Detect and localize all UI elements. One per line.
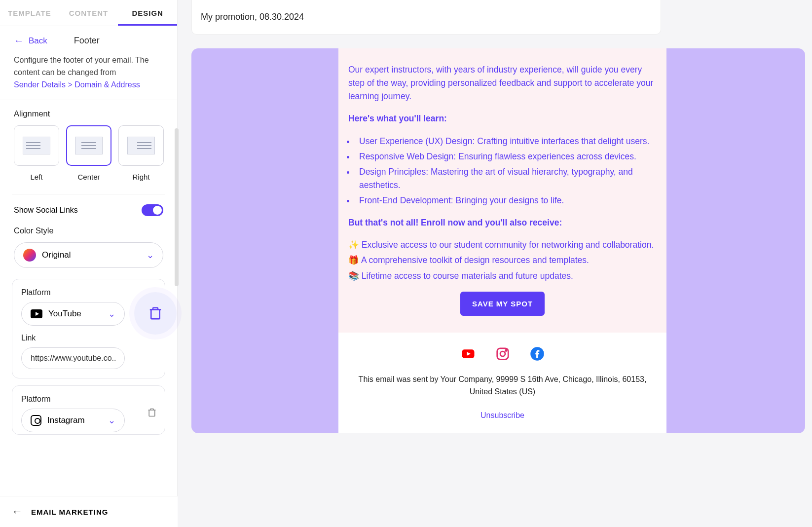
instagram-icon xyxy=(31,415,41,426)
campaign-title-bar[interactable]: My promotion, 08.30.2024 xyxy=(191,0,661,35)
chevron-down-icon: ⌄ xyxy=(147,250,154,261)
trash-icon xyxy=(147,408,157,417)
align-left-caption: Left xyxy=(14,173,59,181)
platform-value: YouTube xyxy=(48,309,81,319)
tab-design[interactable]: DESIGN xyxy=(118,0,177,26)
chevron-down-icon: ⌄ xyxy=(108,415,115,426)
arrow-left-icon: ← xyxy=(14,35,24,46)
align-right-caption: Right xyxy=(118,173,164,181)
platform-value: Instagram xyxy=(47,415,85,425)
color-style-label: Color Style xyxy=(14,226,163,235)
platform-label: Platform xyxy=(21,395,156,404)
link-label: Link xyxy=(21,334,156,342)
tab-content[interactable]: CONTENT xyxy=(59,0,118,26)
bonus-item: ✨ Exclusive access to our student commun… xyxy=(348,238,657,252)
footer-facebook-icon[interactable] xyxy=(530,346,545,361)
align-center-caption: Center xyxy=(66,173,111,181)
svg-point-3 xyxy=(505,350,507,351)
email-body: Our expert instructors, with years of in… xyxy=(338,48,666,333)
delete-platform-button[interactable] xyxy=(134,292,177,335)
bottom-nav[interactable]: ← EMAIL MARKETING xyxy=(0,496,178,527)
cta-button[interactable]: SAVE MY SPOT xyxy=(460,292,545,316)
link-input-youtube[interactable] xyxy=(21,347,125,369)
bottom-nav-label: EMAIL MARKETING xyxy=(31,508,108,516)
back-button[interactable]: ← Back xyxy=(14,35,47,46)
platform-label: Platform xyxy=(21,288,156,297)
tab-template[interactable]: TEMPLATE xyxy=(0,0,59,26)
learn-item: Responsive Web Design: Ensuring flawless… xyxy=(355,150,657,163)
align-left-option[interactable] xyxy=(14,125,59,166)
section-desc: Configure the footer of your email. The … xyxy=(14,56,149,76)
learn-item: Front-End Development: Bringing your des… xyxy=(355,194,657,207)
email-intro: Our expert instructors, with years of in… xyxy=(348,63,657,103)
footer-address: This email was sent by Your Company, 999… xyxy=(348,373,657,398)
trash-icon xyxy=(148,306,163,321)
sender-details-link[interactable]: Sender Details > Domain & Address xyxy=(14,80,140,89)
social-platform-card-instagram: Platform Instagram ⌄ xyxy=(12,385,165,435)
color-style-value: Original xyxy=(42,250,71,260)
alignment-label: Alignment xyxy=(14,109,163,118)
learn-item: User Experience (UX) Design: Crafting in… xyxy=(355,135,657,148)
design-sidebar: TEMPLATE CONTENT DESIGN ← Back Footer Co… xyxy=(0,0,178,527)
svg-point-2 xyxy=(500,351,505,356)
color-style-select[interactable]: Original ⌄ xyxy=(14,242,163,268)
sidebar-tabs: TEMPLATE CONTENT DESIGN xyxy=(0,0,177,26)
chevron-down-icon: ⌄ xyxy=(108,308,115,319)
show-social-label: Show Social Links xyxy=(14,206,78,215)
platform-select-youtube[interactable]: YouTube ⌄ xyxy=(21,302,125,326)
color-swatch-icon xyxy=(23,249,36,262)
show-social-toggle[interactable] xyxy=(142,204,163,216)
email-heading-learn: Here's what you'll learn: xyxy=(348,113,447,123)
unsubscribe-link[interactable]: Unsubscribe xyxy=(348,411,657,420)
bonus-item: 📚 Lifetime access to course materials an… xyxy=(348,269,657,283)
align-center-option[interactable] xyxy=(66,125,111,166)
align-right-option[interactable] xyxy=(118,125,164,166)
learn-item: Design Principles: Mastering the art of … xyxy=(355,165,657,192)
footer-youtube-icon[interactable] xyxy=(461,346,476,361)
footer-instagram-icon[interactable] xyxy=(495,346,510,361)
campaign-title: My promotion, 08.30.2024 xyxy=(201,12,304,22)
bonus-item: 🎁 A comprehensive toolkit of design reso… xyxy=(348,254,657,267)
arrow-left-icon: ← xyxy=(12,505,23,518)
section-title: Footer xyxy=(74,36,100,46)
platform-select-instagram[interactable]: Instagram ⌄ xyxy=(21,409,125,432)
social-platform-card-youtube: Platform YouTube ⌄ Link xyxy=(12,279,165,378)
email-footer: This email was sent by Your Company, 999… xyxy=(338,333,666,433)
email-heading-bonus: But that's not all! Enroll now and you'l… xyxy=(348,218,562,227)
delete-platform-button[interactable] xyxy=(147,408,157,420)
back-label: Back xyxy=(29,36,47,46)
email-preview-canvas: Our expert instructors, with years of in… xyxy=(191,48,805,433)
youtube-icon xyxy=(31,309,42,318)
